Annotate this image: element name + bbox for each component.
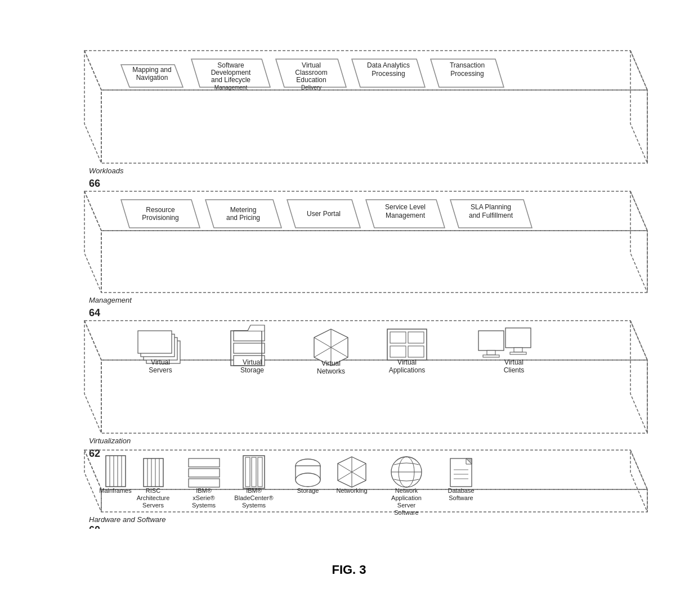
ibm-xseries-icon xyxy=(189,458,220,487)
wl-sw4: Management xyxy=(214,84,248,91)
mgmt-sla1: SLA Planning xyxy=(471,203,511,211)
wl-vc2: Classroom xyxy=(295,69,327,77)
virtual-apps-label2: Applications xyxy=(389,366,426,374)
wl-tp1: Transaction xyxy=(450,61,485,69)
wl-mapping2: Navigation xyxy=(136,74,168,82)
svg-rect-42 xyxy=(505,328,531,348)
mgmt-mp2: and Pricing xyxy=(226,214,260,222)
svg-rect-40 xyxy=(487,350,495,355)
mgmt-slm1: Service Level xyxy=(385,203,426,211)
wl-sw1: Software xyxy=(217,61,244,69)
svg-rect-39 xyxy=(478,331,504,350)
risc-label2: Architecture xyxy=(137,494,170,501)
hardware-label: Hardware and Software xyxy=(89,515,166,524)
ibm-xseries-label3: Systems xyxy=(192,502,216,509)
wl-vc1: Virtual xyxy=(302,61,321,69)
networking-icon xyxy=(338,457,366,487)
virtual-servers-label1: Virtual xyxy=(151,358,170,366)
wl-vc3: Education xyxy=(296,76,326,84)
network-app-label3: Server xyxy=(397,502,416,509)
database-label1: Database xyxy=(448,487,474,494)
network-app-label2: Application xyxy=(391,494,422,501)
virtual-storage-label2: Storage xyxy=(240,366,264,374)
svg-rect-59 xyxy=(189,458,220,467)
workloads-number: 66 xyxy=(89,178,100,189)
network-app-server-icon xyxy=(391,457,422,487)
figure-label: FIG. 3 xyxy=(332,563,366,577)
svg-rect-43 xyxy=(514,348,522,352)
mgmt-rp2: Provisioning xyxy=(142,214,178,222)
network-app-label1: Network xyxy=(395,487,418,494)
svg-marker-1 xyxy=(101,90,647,163)
hardware-number: 60 xyxy=(89,524,100,529)
virtualization-label: Virtualization xyxy=(89,437,131,445)
svg-rect-44 xyxy=(510,352,526,354)
network-app-label4: Software xyxy=(394,509,418,516)
wl-sw2: Development xyxy=(211,69,251,77)
diagram-area: Workloads 66 Mapping and Navigation Soft… xyxy=(39,39,659,557)
risc-label3: Servers xyxy=(142,502,164,509)
ibm-blade-label1: IBM® xyxy=(246,487,262,494)
wl-da1: Data Analytics xyxy=(367,61,410,69)
mgmt-up: User Portal xyxy=(307,210,341,218)
virtual-apps-label1: Virtual xyxy=(397,358,417,366)
mgmt-sla2: and Fulfillment xyxy=(469,212,513,219)
management-label: Management xyxy=(89,296,132,304)
mgmt-mp1: Metering xyxy=(230,206,257,214)
management-number: 64 xyxy=(89,307,100,318)
svg-rect-61 xyxy=(189,479,220,487)
svg-marker-10 xyxy=(101,231,647,293)
svg-point-68 xyxy=(296,473,320,487)
wl-mapping: Mapping and xyxy=(132,66,171,74)
svg-rect-34 xyxy=(387,329,427,360)
main-diagram: Workloads 66 Mapping and Navigation Soft… xyxy=(39,39,659,529)
wl-sw3: and Lifecycle xyxy=(211,76,250,84)
storage-label: Storage xyxy=(297,487,319,494)
wl-tp2: Processing xyxy=(450,70,484,78)
risc-label1: RISC xyxy=(146,487,160,494)
svg-marker-46 xyxy=(101,489,647,512)
virtual-clients-label2: Clients xyxy=(504,366,525,374)
ibm-blade-label3: Systems xyxy=(242,502,266,509)
svg-rect-25 xyxy=(138,331,172,353)
mainframes-label: Mainframes xyxy=(99,487,132,494)
virtual-servers-label2: Servers xyxy=(149,366,172,374)
ibm-xseries-label2: xSerie® xyxy=(193,494,214,501)
page-container: Workloads 66 Mapping and Navigation Soft… xyxy=(0,0,698,616)
virtual-networks-label2: Networks xyxy=(317,367,345,375)
wl-da2: Processing xyxy=(372,70,405,78)
virtual-applications-icon xyxy=(387,329,427,360)
ibm-blade-label2: BladeCenter® xyxy=(234,494,273,501)
workloads-label: Workloads xyxy=(89,167,124,175)
svg-marker-19 xyxy=(101,360,647,433)
mgmt-slm2: Management xyxy=(386,212,426,219)
svg-rect-41 xyxy=(483,355,499,357)
svg-rect-60 xyxy=(189,469,220,477)
networking-label: Networking xyxy=(336,487,367,494)
database-label2: Software xyxy=(449,494,473,501)
mgmt-rp1: Resource xyxy=(146,206,175,214)
svg-rect-76 xyxy=(450,458,472,487)
virtual-clients-label1: Virtual xyxy=(504,358,524,366)
virtual-networks-label1: Virtual xyxy=(321,359,341,367)
svg-rect-27 xyxy=(234,343,265,353)
virtual-storage-label1: Virtual xyxy=(243,358,262,366)
svg-rect-26 xyxy=(234,331,265,341)
storage-icon xyxy=(296,459,320,487)
wl-vc4: Delivery xyxy=(301,84,321,91)
database-software-icon xyxy=(450,458,472,487)
ibm-xseries-label1: IBM® xyxy=(196,487,212,494)
